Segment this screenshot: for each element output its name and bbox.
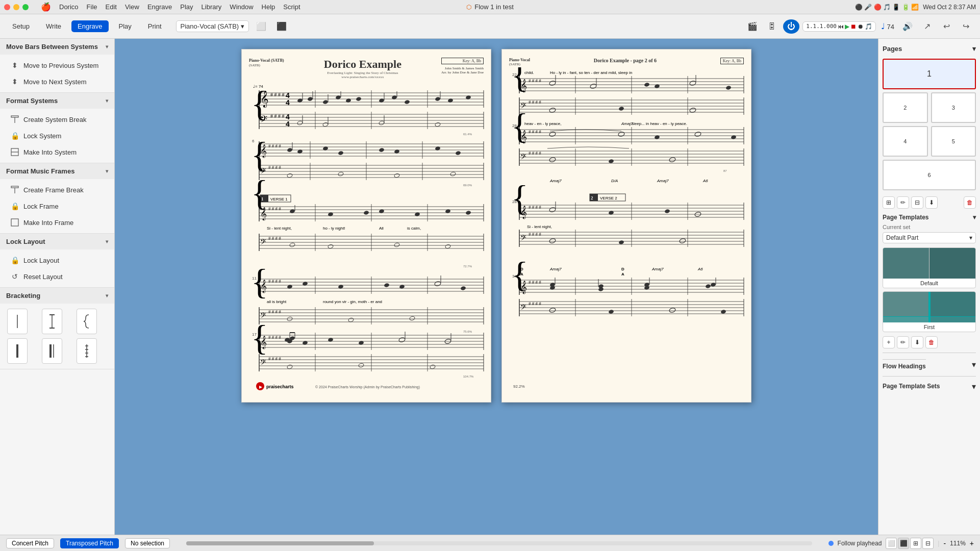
menu-edit[interactable]: Edit bbox=[106, 3, 117, 11]
first-template-preview[interactable]: First bbox=[883, 291, 976, 332]
undo-icon[interactable]: ↩ bbox=[938, 19, 954, 34]
zoom-decrease-button[interactable]: - bbox=[943, 539, 946, 547]
page-thumb-2[interactable]: 2 bbox=[883, 92, 928, 123]
menu-engrave[interactable]: Engrave bbox=[147, 3, 172, 11]
menu-view[interactable]: View bbox=[125, 3, 139, 11]
close-button[interactable] bbox=[4, 4, 10, 10]
bracket-line-thick[interactable] bbox=[7, 338, 28, 364]
frame-view-button[interactable]: ⬜ bbox=[253, 19, 269, 34]
system-icons: ⚫ 🎤 🔴 🎵 📱 🔋 📶 bbox=[855, 4, 919, 11]
delete-template-button[interactable]: 🗑 bbox=[925, 336, 938, 348]
horizontal-scrollbar[interactable] bbox=[186, 541, 812, 545]
view-mode-3[interactable]: ⊞ bbox=[910, 538, 921, 549]
move-bars-header[interactable]: Move Bars Between Systems ▾ bbox=[0, 39, 114, 55]
tab-print[interactable]: Print bbox=[142, 20, 168, 32]
page-edit-button[interactable]: ✏ bbox=[897, 196, 909, 209]
minimize-button[interactable] bbox=[13, 4, 19, 10]
pages-chevron[interactable]: ▾ bbox=[972, 45, 976, 53]
svg-text:sleep... in  heav - en - ly  p: sleep... in heav - en - ly peace. bbox=[632, 121, 687, 126]
page-delete-button[interactable]: 🗑 bbox=[964, 196, 976, 209]
rewind-icon[interactable]: ⏮ bbox=[838, 23, 844, 30]
page-thumb-6[interactable]: 6 bbox=[883, 160, 976, 190]
make-into-system-button[interactable]: Make Into System bbox=[3, 144, 111, 160]
make-into-frame-button[interactable]: Make Into Frame bbox=[3, 215, 111, 230]
current-set-select[interactable]: Default Part ▾ bbox=[883, 232, 976, 243]
move-to-previous-system-button[interactable]: ⬍ Move to Previous System bbox=[3, 58, 111, 73]
page-copy-button[interactable]: ⬇ bbox=[925, 196, 938, 209]
tab-engrave[interactable]: Engrave bbox=[71, 20, 108, 32]
bracket-curly[interactable] bbox=[77, 309, 97, 334]
page-template-sets-section[interactable]: Page Template Sets ▾ bbox=[883, 376, 976, 396]
svg-text:𝄢: 𝄢 bbox=[260, 358, 266, 368]
zoom-increase-button[interactable]: + bbox=[970, 539, 974, 547]
svg-point-414 bbox=[549, 308, 556, 313]
video-icon[interactable]: 🎬 bbox=[744, 19, 761, 34]
view-mode-4[interactable]: ⊟ bbox=[922, 538, 934, 549]
fullscreen-button[interactable] bbox=[22, 4, 29, 10]
svg-text:75.6%: 75.6% bbox=[463, 330, 472, 333]
redo-icon[interactable]: ↪ bbox=[958, 19, 974, 34]
volume-icon[interactable]: 🔊 bbox=[899, 19, 916, 34]
page-thumb-5[interactable]: 5 bbox=[931, 126, 976, 157]
page-templates-header[interactable]: Page Templates ▾ bbox=[883, 214, 976, 221]
stop-icon[interactable]: ⏹ bbox=[850, 23, 857, 30]
tab-write[interactable]: Write bbox=[40, 20, 67, 32]
svg-text:is  calm,: is calm, bbox=[407, 226, 421, 231]
galley-view-button[interactable]: ⬛ bbox=[273, 19, 290, 34]
lock-system-button[interactable]: 🔒 Lock System bbox=[3, 128, 111, 143]
menu-help[interactable]: Help bbox=[262, 3, 275, 11]
menu-play[interactable]: Play bbox=[180, 3, 193, 11]
export-icon[interactable]: ↗ bbox=[919, 19, 935, 34]
menu-library[interactable]: Library bbox=[202, 3, 222, 11]
format-frames-header[interactable]: Format Music Frames ▾ bbox=[0, 163, 114, 179]
lock-layout-button[interactable]: 🔒 Lock Layout bbox=[3, 253, 111, 268]
format-frames-content: Create Frame Break 🔒 Lock Frame Make Int… bbox=[0, 179, 114, 233]
bracketing-header[interactable]: Bracketing ▾ bbox=[0, 288, 114, 304]
page-override-button[interactable]: ⊟ bbox=[911, 196, 923, 209]
move-to-next-system-button[interactable]: ⬍ Move to Next System bbox=[3, 74, 111, 89]
reset-layout-button[interactable]: ↺ Reset Layout bbox=[3, 269, 111, 284]
bracket-none[interactable] bbox=[7, 309, 28, 334]
bracket-double-line[interactable] bbox=[42, 338, 62, 364]
flow-headings-section[interactable]: Flow Headings ▾ bbox=[883, 353, 976, 376]
menu-dorico[interactable]: Dorico bbox=[59, 3, 79, 11]
play-icon[interactable]: ▶ bbox=[845, 23, 849, 30]
svg-text:VERSE 1: VERSE 1 bbox=[270, 197, 288, 202]
playback-power-button[interactable]: ⏻ bbox=[783, 19, 799, 34]
transposed-pitch-button[interactable]: Transposed Pitch bbox=[60, 538, 119, 548]
concert-pitch-button[interactable]: Concert Pitch bbox=[6, 538, 54, 548]
add-template-button[interactable]: + bbox=[883, 336, 895, 348]
view-mode-2[interactable]: ⬛ bbox=[898, 538, 909, 549]
instrument-selector[interactable]: Piano-Vocal (SATB) ▾ bbox=[176, 20, 249, 32]
scrollbar-thumb[interactable] bbox=[186, 541, 374, 545]
svg-text:6: 6 bbox=[252, 139, 255, 143]
format-systems-section: Format Systems ▾ Create System Break 🔒 L… bbox=[0, 93, 114, 163]
record-icon[interactable]: ⏺ bbox=[858, 23, 864, 30]
page-thumb-1[interactable]: 1 bbox=[883, 59, 976, 89]
make-into-frame-label: Make Into Frame bbox=[23, 219, 73, 227]
page-thumb-3[interactable]: 3 bbox=[931, 92, 976, 123]
no-selection-button[interactable]: No selection bbox=[125, 538, 170, 548]
tab-play[interactable]: Play bbox=[113, 20, 138, 32]
view-mode-1[interactable]: ⬜ bbox=[886, 538, 897, 549]
menu-script[interactable]: Script bbox=[283, 3, 300, 11]
bracket-square[interactable] bbox=[42, 309, 62, 334]
score-area[interactable]: Piano-Vocal (SATB) (SATB) Dorico Example… bbox=[115, 39, 878, 535]
edit-template-button[interactable]: ✏ bbox=[897, 336, 909, 348]
format-systems-header[interactable]: Format Systems ▾ bbox=[0, 93, 114, 109]
page-thumb-2-number: 2 bbox=[903, 105, 907, 111]
menu-file[interactable]: File bbox=[87, 3, 97, 11]
default-template-preview[interactable]: Default bbox=[883, 247, 976, 288]
create-frame-break-button[interactable]: Create Frame Break bbox=[3, 182, 111, 197]
page-grid-view-button[interactable]: ⊞ bbox=[883, 196, 895, 209]
copy-template-button[interactable]: ⬇ bbox=[911, 336, 923, 348]
create-system-break-button[interactable]: Create System Break bbox=[3, 112, 111, 127]
metronome-icon[interactable]: 🎵 bbox=[865, 23, 872, 30]
menu-window[interactable]: Window bbox=[230, 3, 253, 11]
tab-setup[interactable]: Setup bbox=[6, 20, 36, 32]
lock-layout-header[interactable]: Lock Layout ▾ bbox=[0, 234, 114, 249]
bracket-lines[interactable] bbox=[77, 338, 97, 364]
page-thumb-4[interactable]: 4 bbox=[883, 126, 928, 157]
lock-frame-button[interactable]: 🔒 Lock Frame bbox=[3, 198, 111, 214]
mixer-icon[interactable]: 🎛 bbox=[764, 19, 780, 34]
